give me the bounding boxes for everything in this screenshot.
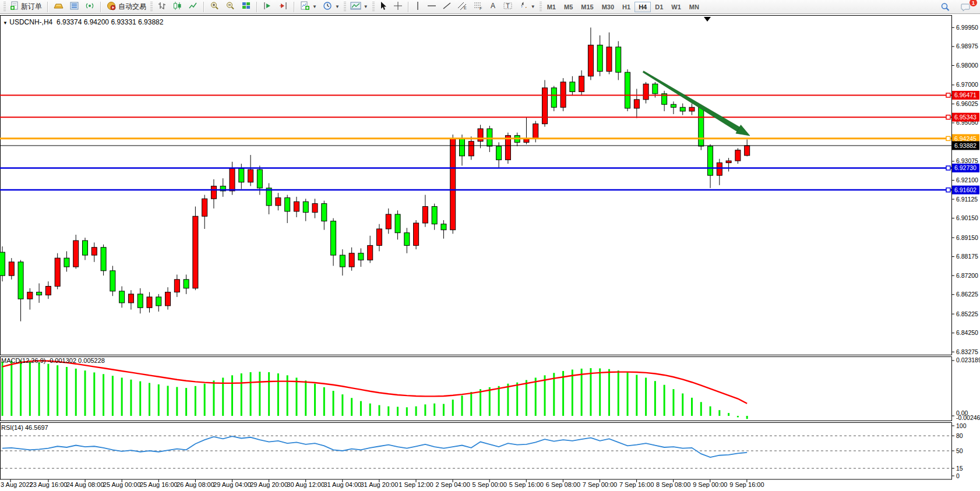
- chart-shift-icon: [279, 1, 288, 12]
- svg-text:6.88175: 6.88175: [956, 253, 978, 260]
- ohlc-bars-icon: [157, 1, 167, 12]
- svg-text:5 Sep 00:00: 5 Sep 00:00: [473, 481, 507, 488]
- line-chart-mode-button[interactable]: [185, 0, 201, 13]
- text-tool-button[interactable]: A: [486, 0, 500, 13]
- svg-text:6.91125: 6.91125: [956, 196, 978, 203]
- market-depth-icon: [69, 1, 79, 12]
- equidistant-channel-icon: E: [457, 1, 467, 12]
- template-icon: [350, 1, 361, 12]
- svg-text:6.98000: 6.98000: [956, 62, 978, 69]
- tile-windows-icon: [241, 1, 251, 12]
- crosshair-icon: [393, 1, 403, 12]
- search-icon: [940, 2, 950, 12]
- cursor-tool-button[interactable]: [376, 0, 390, 13]
- toolbar-grip[interactable]: [540, 2, 542, 12]
- timeframe-m15[interactable]: M15: [577, 2, 597, 12]
- svg-text:T: T: [506, 3, 509, 9]
- toolbar-grip[interactable]: [344, 2, 346, 12]
- chevron-down-icon: ▼: [531, 4, 535, 9]
- svg-text:6 Sep 08:00: 6 Sep 08:00: [546, 481, 580, 488]
- timeframe-h1[interactable]: H1: [618, 2, 634, 12]
- toolbar-grip[interactable]: [150, 2, 153, 12]
- svg-text:26 Aug 08:00: 26 Aug 08:00: [177, 481, 214, 488]
- periods-button[interactable]: ▼: [320, 0, 343, 13]
- svg-text:31 Aug 04:00: 31 Aug 04:00: [323, 481, 361, 488]
- timeframe-w1[interactable]: W1: [667, 2, 685, 12]
- zoom-out-button[interactable]: [223, 0, 238, 13]
- channel-tool-button[interactable]: E: [454, 0, 470, 13]
- clock-icon: [323, 1, 333, 12]
- symbol-period-label: USDCNH-,H4: [9, 18, 52, 26]
- gold-symbols-button[interactable]: [51, 0, 66, 13]
- vertical-line-icon: [414, 1, 421, 12]
- svg-text:100: 100: [956, 422, 967, 429]
- svg-text:6.92730: 6.92730: [954, 164, 977, 171]
- separator: [256, 2, 258, 12]
- svg-text:1 Sep 12:00: 1 Sep 12:00: [399, 481, 433, 488]
- timeframe-m1[interactable]: M1: [543, 2, 560, 12]
- zoom-in-button[interactable]: [207, 0, 223, 13]
- toolbar-grip[interactable]: [3, 2, 6, 12]
- autotrade-button[interactable]: 自动交易: [104, 0, 149, 13]
- toolbar-grip[interactable]: [372, 2, 375, 12]
- svg-text:8 Sep 08:00: 8 Sep 08:00: [656, 481, 690, 488]
- add-indicator-icon: [300, 1, 310, 12]
- timeframe-m30[interactable]: M30: [598, 2, 618, 12]
- timeframe-m5[interactable]: M5: [560, 2, 577, 12]
- arrows-tool-button[interactable]: ▼: [516, 0, 538, 13]
- tile-windows-button[interactable]: [238, 0, 254, 13]
- svg-text:9 Sep 16:00: 9 Sep 16:00: [729, 481, 764, 488]
- new-order-button[interactable]: 新订单: [7, 0, 45, 13]
- svg-text:7 Sep 00:00: 7 Sep 00:00: [583, 481, 617, 488]
- notifications-button[interactable]: 1: [958, 0, 974, 13]
- svg-text:7 Sep 16:00: 7 Sep 16:00: [619, 481, 654, 488]
- candlestick-mode-button[interactable]: [170, 0, 185, 13]
- notification-badge: 1: [969, 0, 978, 7]
- svg-text:6.98975: 6.98975: [956, 43, 978, 50]
- bar-chart-mode-button[interactable]: [154, 0, 170, 13]
- svg-text:31 Aug 20:00: 31 Aug 20:00: [360, 481, 398, 488]
- timeframe-h4[interactable]: H4: [634, 2, 651, 12]
- panel-frames: [1, 16, 952, 480]
- signals-button[interactable]: [82, 0, 98, 13]
- horizontal-line-tool-button[interactable]: [424, 0, 439, 13]
- time-axis[interactable]: 3 Aug 202223 Aug 16:0024 Aug 08:0025 Aug…: [1, 479, 764, 488]
- svg-text:6.97000: 6.97000: [956, 81, 978, 88]
- gold-ingot-icon: [54, 1, 64, 12]
- separator: [408, 2, 409, 12]
- chart-canvas[interactable]: 6.999506.989756.980006.970006.960256.950…: [0, 15, 980, 491]
- autotrade-label: 自动交易: [118, 2, 146, 12]
- svg-text:6.95343: 6.95343: [954, 114, 977, 121]
- timeframe-mn[interactable]: MN: [685, 2, 703, 12]
- svg-text:A: A: [491, 2, 495, 10]
- auto-scroll-button[interactable]: [260, 0, 276, 13]
- text-label-icon: T: [503, 1, 513, 12]
- trendline-tool-button[interactable]: [439, 0, 454, 13]
- zoom-out-icon: [225, 1, 235, 12]
- vertical-line-tool-button[interactable]: [411, 0, 424, 13]
- new-order-icon: [10, 1, 19, 12]
- collapse-panel-icon[interactable]: ▼: [3, 20, 8, 26]
- candlestick-icon: [172, 1, 182, 12]
- timeframe-d1[interactable]: D1: [651, 2, 667, 12]
- svg-text:F: F: [480, 6, 482, 10]
- svg-text:6.83275: 6.83275: [956, 348, 978, 355]
- svg-text:6.93075: 6.93075: [956, 157, 978, 164]
- fibonacci-tool-button[interactable]: F: [470, 0, 486, 13]
- zoom-in-icon: [210, 1, 220, 12]
- svg-text:6.96025: 6.96025: [956, 100, 978, 107]
- templates-button[interactable]: ▼: [347, 0, 371, 13]
- svg-text:E: E: [464, 6, 467, 10]
- crosshair-tool-button[interactable]: [390, 0, 406, 13]
- market-depth-button[interactable]: [66, 0, 82, 13]
- svg-text:9 Sep 00:00: 9 Sep 00:00: [693, 481, 727, 488]
- indicators-button[interactable]: ▼: [297, 0, 320, 13]
- search-button[interactable]: [937, 0, 953, 13]
- svg-text:6.87200: 6.87200: [956, 272, 978, 279]
- text-label-tool-button[interactable]: T: [500, 0, 516, 13]
- new-order-label: 新订单: [21, 2, 42, 12]
- svg-text:0: 0: [956, 472, 960, 479]
- chart-shift-button[interactable]: [276, 0, 291, 13]
- macd-axis[interactable]: 0.0231890.00-0.002468: [951, 356, 980, 421]
- svg-text:6.96471: 6.96471: [954, 91, 977, 98]
